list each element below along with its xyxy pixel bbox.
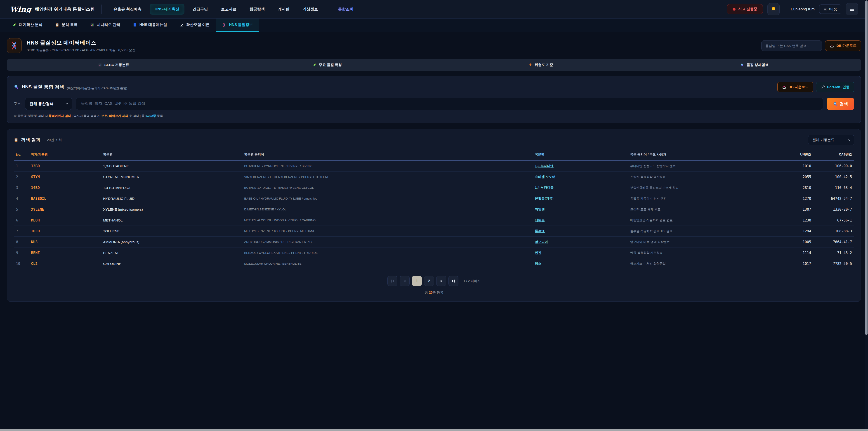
- substance-english-synonyms: DIMETHYLBENZENE / XYLOL: [242, 204, 532, 215]
- quick-link-properties[interactable]: 주요 물질 특성: [220, 59, 434, 71]
- substance-english-synonyms: METHYL ALCOHOL / WOOD ALCOHOL / CARBINOL: [242, 215, 532, 226]
- note-highlight: 부호, 띄어쓰기 제외: [101, 114, 128, 118]
- nav-item-air-search[interactable]: 항공탐색: [245, 4, 270, 15]
- sub-tab-bar: 대기확산 분석 분석 목록 시나리오 관리 HNS 대응매뉴얼 확산모델 이론 …: [0, 19, 868, 32]
- clipboard-icon: [14, 137, 18, 142]
- quick-link-risk-criteria[interactable]: 위험도 기준: [434, 59, 648, 71]
- page-info: 1 / 2 페이지: [463, 279, 480, 283]
- tab-dispersion-analysis[interactable]: 대기확산 분석: [6, 19, 49, 32]
- notifications-button[interactable]: [767, 3, 780, 16]
- quick-link-detail-search[interactable]: 물질 상세검색: [648, 59, 861, 71]
- db-download-button[interactable]: DB 다운로드: [825, 40, 861, 51]
- tab-hns-substance-info[interactable]: HNS 물질정보: [216, 19, 259, 32]
- substance-korean-name-link[interactable]: 염소: [535, 262, 541, 265]
- substance-abbr: CL2: [29, 258, 101, 269]
- menu-button[interactable]: [846, 3, 858, 16]
- substance-cas-number: 7782-50-5: [813, 258, 854, 269]
- substance-korean-synonyms: 벤졸·석유화학 기초원료: [628, 247, 782, 258]
- results-title-text: 검색 결과: [21, 137, 40, 143]
- substance-korean-name-cell: 윤활유(기유): [532, 193, 628, 204]
- last-page-icon: [452, 279, 456, 283]
- substance-korean-name-link[interactable]: 자일렌: [535, 208, 545, 211]
- substance-korean-name-link[interactable]: 메탄올: [535, 218, 545, 222]
- substance-cas-number: 1330-20-7: [813, 204, 854, 215]
- substance-abbr: 13BD: [29, 160, 101, 172]
- substance-english-name: STYRENE MONOMER: [101, 172, 242, 182]
- note-text: 등록: [156, 114, 163, 118]
- substance-korean-name-cell: 1,3-부타디엔: [532, 160, 628, 172]
- portmis-link-button[interactable]: Port-MIS 연동: [816, 82, 854, 92]
- vertical-scrollbar[interactable]: [865, 0, 868, 431]
- substance-english-synonyms: BASE OIL / HYDRAULIC FLUID / Y LUBE / em…: [242, 193, 532, 204]
- substance-row[interactable]: 8 NH3 AMMONIA (anhydrous) ANHYDROUS AMMO…: [14, 237, 854, 247]
- note-text: 후 검색 | 총: [128, 114, 145, 118]
- substance-korean-name-link[interactable]: 톨루엔: [535, 229, 545, 233]
- col-english-name: 영문명: [101, 149, 242, 160]
- nav-item-oil-spill[interactable]: 유출유 확산예측: [108, 4, 147, 15]
- quick-search-input[interactable]: [761, 40, 822, 51]
- substance-english-name: HYDRAULIC FLUID: [101, 193, 242, 204]
- nav-item-weather[interactable]: 기상정보: [298, 4, 323, 15]
- substance-korean-name-link[interactable]: 암모니아: [535, 240, 548, 244]
- tab-label: 대기확산 분석: [19, 22, 42, 27]
- substance-cas-number: 100-42-5: [813, 172, 854, 182]
- substance-korean-name-link[interactable]: 윤활유(기유): [535, 196, 553, 200]
- substance-english-name: CHLORINE: [101, 258, 242, 269]
- tab-analysis-list[interactable]: 분석 목록: [49, 19, 84, 32]
- search-card-actions: DB 다운로드 Port-MIS 연동: [777, 82, 854, 92]
- substance-row[interactable]: 4 BASEOIL HYDRAULIC FLUID BASE OIL / HYD…: [14, 193, 854, 204]
- substance-korean-name-link[interactable]: 스티렌 모노머: [535, 175, 555, 179]
- substance-row[interactable]: 7 TOLU TOLUENE METHYLBENZENE / TOLUOL / …: [14, 226, 854, 237]
- substance-korean-name-link[interactable]: 벤젠: [535, 251, 541, 254]
- next-page-button[interactable]: [436, 276, 446, 286]
- tab-label: HNS 대응매뉴얼: [140, 22, 167, 27]
- substance-korean-synonyms: 부틸렌글리콜·플라스틱 가소제 원료: [628, 182, 782, 193]
- last-page-button[interactable]: [448, 276, 458, 286]
- previous-page-button[interactable]: [400, 276, 410, 286]
- total-count: 20: [429, 291, 432, 294]
- nav-item-integrated-search[interactable]: 통합조회: [333, 4, 359, 15]
- db-download-button[interactable]: DB 다운로드: [777, 82, 813, 92]
- triangle-ruler-icon: [180, 23, 184, 27]
- substance-row[interactable]: 2 STYN STYRENE MONOMER VINYLBENZENE / ET…: [14, 172, 854, 182]
- substance-korean-name-cell: 1,4-부탄디올: [532, 182, 628, 193]
- substance-row[interactable]: 3 14BD 1,4-BUTANEDIOL BUTANE-1,4-DIOL / …: [14, 182, 854, 193]
- unified-search-input[interactable]: [76, 98, 823, 110]
- substance-korean-name-link[interactable]: 1,4-부탄디올: [535, 186, 554, 189]
- page-1-button[interactable]: 1: [412, 276, 422, 286]
- substance-un-number: 1005: [782, 237, 813, 247]
- nav-item-board[interactable]: 게시판: [273, 4, 294, 15]
- first-page-button[interactable]: [388, 276, 397, 286]
- substance-row[interactable]: 6 MEOH METHANOL METHYL ALCOHOL / WOOD AL…: [14, 215, 854, 226]
- nav-item-hns-dispersion[interactable]: HNS·대기확산: [150, 4, 184, 15]
- tab-scenario-management[interactable]: 시나리오 관리: [84, 19, 127, 32]
- note-count-highlight: 1,222종: [145, 114, 156, 118]
- search-type-select[interactable]: 전체 통합검색: [25, 98, 72, 110]
- substance-row[interactable]: 5 XYLENE XYLENE (mixed isomers) DIMETHYL…: [14, 204, 854, 215]
- nav-item-rescue[interactable]: 긴급구난: [188, 4, 213, 15]
- search-card-title-text: HNS 물질 통합 검색: [22, 84, 64, 90]
- substance-korean-name-link[interactable]: 1,3-부타디엔: [535, 164, 554, 168]
- search-submit-button[interactable]: 검색: [827, 98, 854, 110]
- substance-row[interactable]: 10 CL2 CHLORINE MOLECULAR CHLORINE / BER…: [14, 258, 854, 269]
- tab-dispersion-model-theory[interactable]: 확산모델 이론: [174, 19, 216, 32]
- top-bar-right: 사고 진행중 Eunjeong Kim 로그아웃: [727, 3, 858, 16]
- quick-link-sebc[interactable]: SEBC 거동분류: [7, 59, 220, 71]
- next-page-icon: [439, 279, 443, 283]
- tab-hns-manual[interactable]: HNS 대응매뉴얼: [127, 19, 174, 32]
- brand: Wing 해양환경 위기대응 통합시스템: [10, 5, 95, 13]
- search-form: 구분: 전체 통합검색 검색: [14, 98, 854, 110]
- search-submit-label: 검색: [840, 101, 848, 107]
- logout-button[interactable]: 로그아웃: [819, 4, 841, 14]
- nav-item-reports[interactable]: 보고자료: [216, 4, 241, 15]
- substance-cas-number: 64742-54-7: [813, 193, 854, 204]
- substance-row[interactable]: 9 BENZ BENZENE BENZOL / CYCLOHEXATRIENE …: [14, 247, 854, 258]
- quick-link-label: 위험도 기준: [535, 63, 553, 67]
- page-2-button[interactable]: 2: [424, 276, 434, 286]
- substance-english-name: 1,4-BUTANEDIOL: [101, 182, 242, 193]
- substance-row[interactable]: 1 13BD 1,3-BUTADIENE BUTADIENE / PYRROYL…: [14, 160, 854, 172]
- vertical-scrollbar-thumb[interactable]: [865, 0, 868, 335]
- behavior-class-filter[interactable]: 전체 거동분류: [808, 135, 854, 145]
- note-text: ※ 국문명·영문명 검색 시: [14, 114, 49, 118]
- horizontal-scrollbar[interactable]: [0, 429, 868, 431]
